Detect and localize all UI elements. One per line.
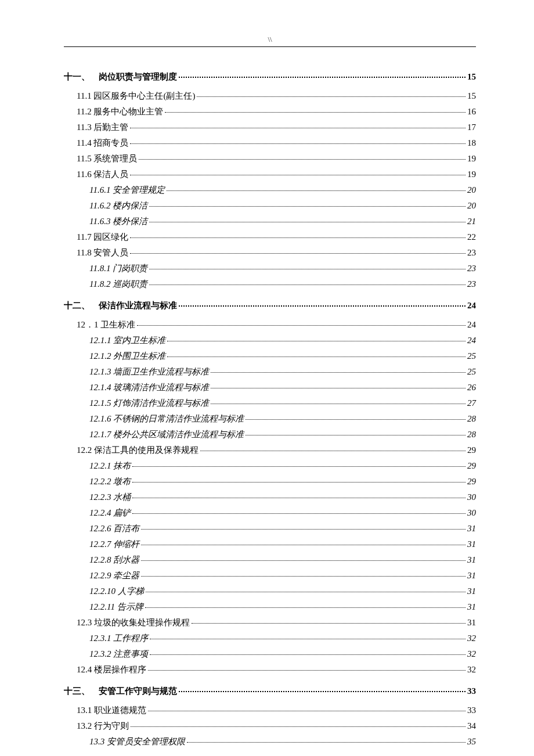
toc-label: 11.8 安管人员: [77, 247, 128, 258]
toc-label: 12.4 楼层操作程序: [77, 664, 146, 675]
toc-label: 11.6 保洁人员: [77, 169, 128, 180]
toc-entry: 11.8 安管人员23: [64, 247, 476, 258]
toc-entry: 十二、 保洁作业流程与标准24: [64, 300, 476, 311]
toc-leader-dots: [211, 388, 466, 388]
toc-leader-dots: [131, 726, 466, 727]
toc-page-number: 17: [467, 123, 476, 132]
toc-leader-dots: [130, 128, 466, 128]
toc-page-number: 31: [467, 571, 476, 581]
toc-label: 12.1.6 不锈钢的日常清洁作业流程与标准: [89, 413, 244, 424]
toc-leader-dots: [149, 206, 466, 207]
toc-entry: 12.2.2 墩布29: [64, 476, 476, 487]
toc-label: 12.2.11 告示牌: [89, 602, 143, 613]
toc-label: 十一、 岗位职责与管理制度: [64, 71, 177, 82]
toc-entry: 12.2.1 抹布29: [64, 460, 476, 471]
toc-entry: 11.7 园区绿化22: [64, 232, 476, 243]
toc-leader-dots: [132, 466, 466, 467]
toc-label: 12.2.1 抹布: [89, 460, 131, 471]
toc-entry: 12.2.7 伸缩杆31: [64, 539, 476, 550]
toc-label: 12.2.8 刮水器: [89, 555, 139, 566]
toc-leader-dots: [130, 143, 466, 144]
toc-entry: 12.2.8 刮水器31: [64, 555, 476, 566]
toc-page-number: 32: [467, 649, 476, 659]
toc-page-number: 20: [467, 185, 476, 195]
toc-entry: 12.1.5 灯饰清洁作业流程与标准27: [64, 398, 476, 409]
toc-page-number: 25: [467, 351, 476, 361]
toc-page-number: 31: [467, 618, 476, 628]
toc-entry: 12.1.6 不锈钢的日常清洁作业流程与标准28: [64, 413, 476, 424]
toc-leader-dots: [148, 670, 466, 671]
toc-entry: 12.2.10 人字梯31: [64, 586, 476, 597]
toc-page-number: 30: [467, 492, 476, 502]
toc-leader-dots: [179, 305, 466, 307]
toc-label: 12.1.4 玻璃清洁作业流程与标准: [89, 382, 209, 393]
toc-page-number: 19: [467, 154, 476, 164]
toc-entry: 12.2.9 牵尘器31: [64, 570, 476, 581]
toc-leader-dots: [150, 639, 466, 639]
toc-page-number: 33: [467, 705, 476, 715]
toc-label: 12.3.2 注意事项: [89, 649, 148, 660]
toc-label: 12.2.9 牵尘器: [89, 570, 139, 581]
toc-entry: 11.8.2 巡岗职责23: [64, 279, 476, 290]
toc-entry: 十三、 安管工作守则与规范33: [64, 686, 476, 697]
toc-entry: 12.2.6 百洁布31: [64, 523, 476, 534]
toc-entry: 11.3 后勤主管17: [64, 122, 476, 133]
toc-page-number: 20: [467, 201, 476, 211]
toc-label: 12.3.1 工作程序: [89, 633, 148, 644]
toc-page-number: 24: [467, 336, 476, 345]
toc-leader-dots: [132, 498, 466, 498]
toc-leader-dots: [130, 237, 466, 238]
toc-label: 11.6.3 楼外保洁: [89, 216, 147, 227]
toc-label: 12.1.5 灯饰清洁作业流程与标准: [89, 398, 209, 409]
toc-entry: 12.2.3 水桶30: [64, 492, 476, 503]
toc-label: 12.2 保洁工具的使用及保养规程: [77, 445, 199, 456]
toc-leader-dots: [200, 451, 466, 451]
toc-label: 13.1 职业道德规范: [77, 705, 146, 716]
toc-label: 12.3 垃圾的收集处理操作规程: [77, 617, 190, 628]
toc-label: 12.2.4 扁铲: [89, 507, 131, 519]
toc-label: 12.1.1 室内卫生标准: [89, 335, 165, 346]
toc-page-number: 15: [467, 72, 476, 82]
toc-label: 12．1 卫生标准: [77, 319, 135, 330]
toc-entry: 11.6.2 楼内保洁20: [64, 200, 476, 211]
toc-label: 12.2.6 百洁布: [89, 523, 139, 534]
toc-page-number: 35: [467, 737, 476, 747]
toc-entry: 12.4 楼层操作程序32: [64, 664, 476, 675]
toc-leader-dots: [141, 529, 466, 530]
toc-leader-dots: [141, 545, 466, 545]
header-mark: \\: [64, 35, 476, 44]
toc-leader-dots: [139, 159, 466, 160]
toc-leader-dots: [149, 269, 466, 269]
toc-page-number: 29: [467, 445, 476, 455]
toc-page-number: 24: [467, 320, 476, 330]
toc-page-number: 23: [467, 248, 476, 258]
toc-entry: 12.2.11 告示牌31: [64, 602, 476, 613]
toc-entry: 11.8.1 门岗职责23: [64, 263, 476, 274]
toc-label: 11.2 服务中心物业主管: [77, 106, 163, 117]
toc-page-number: 26: [467, 383, 476, 393]
toc-page-number: 28: [467, 414, 476, 424]
toc-page-number: 29: [467, 477, 476, 487]
toc-label: 11.3 后勤主管: [77, 122, 128, 133]
toc-leader-dots: [130, 175, 466, 175]
toc-label: 11.6.1 安全管理规定: [89, 185, 165, 196]
toc-entry: 12.3.1 工作程序32: [64, 633, 476, 644]
toc-leader-dots: [132, 482, 466, 483]
toc-page-number: 22: [467, 232, 476, 242]
toc-leader-dots: [211, 404, 466, 404]
toc-page-number: 16: [467, 107, 476, 117]
toc-leader-dots: [167, 190, 466, 191]
toc-leader-dots: [192, 623, 466, 624]
toc-entry: 11.4 招商专员18: [64, 138, 476, 149]
toc-entry: 12.3.2 注意事项32: [64, 649, 476, 660]
toc-entry: 12.1.1 室内卫生标准24: [64, 335, 476, 346]
toc-entry: 12.1.2 外围卫生标准25: [64, 351, 476, 362]
toc-label: 12.1.3 墙面卫生作业流程与标准: [89, 366, 209, 377]
toc-page-number: 23: [467, 264, 476, 273]
toc-leader-dots: [146, 592, 466, 592]
toc-label: 13.2 行为守则: [77, 721, 129, 732]
toc-leader-dots: [179, 691, 466, 692]
toc-leader-dots: [141, 560, 466, 561]
toc-leader-dots: [130, 253, 466, 254]
table-of-contents: 十一、 岗位职责与管理制度1511.1 园区服务中心主任(副主任)1511.2 …: [64, 71, 476, 747]
